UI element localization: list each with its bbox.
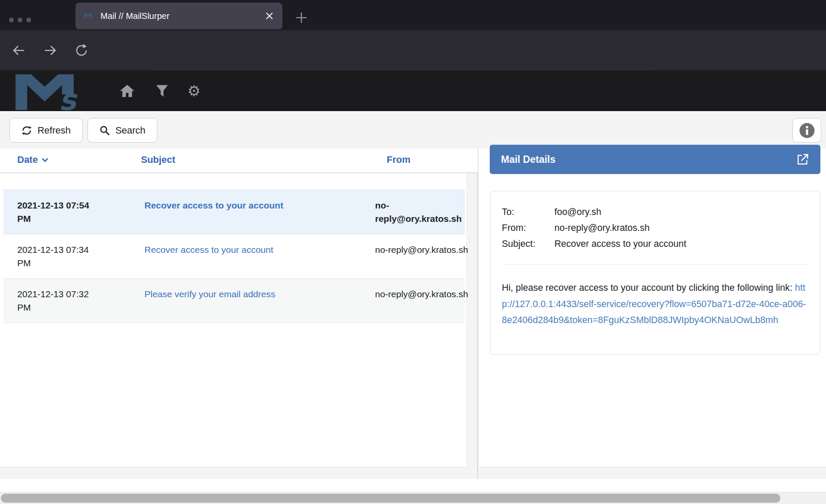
- detail-from-row: From: no-reply@ory.kratos.sh: [502, 220, 809, 236]
- column-header-date[interactable]: Date: [17, 154, 49, 165]
- forward-icon[interactable]: [43, 44, 57, 57]
- horizontal-scrollbar[interactable]: [0, 492, 826, 504]
- date-column-label: Date: [17, 154, 38, 165]
- browser-tab-strip: s Mail // MailSlurper: [0, 0, 826, 30]
- mail-row[interactable]: 2021-12-13 07:32 PM Please verify your e…: [3, 279, 465, 323]
- reload-icon[interactable]: [75, 44, 89, 57]
- subject-value: Recover access to your account: [554, 236, 686, 252]
- column-header-subject[interactable]: Subject: [141, 154, 175, 165]
- detail-subject-row: Subject: Recover access to your account: [502, 236, 809, 252]
- mail-details-title: Mail Details: [501, 154, 796, 165]
- mail-details-header: Mail Details: [490, 145, 820, 174]
- mail-list-rows: 2021-12-13 07:54 PM Recover access to yo…: [3, 190, 465, 323]
- search-icon: [100, 125, 110, 136]
- svg-text:s: s: [59, 83, 78, 111]
- open-external-icon[interactable]: [796, 153, 809, 166]
- search-label: Search: [116, 125, 146, 136]
- mail-subject-link[interactable]: Please verify your email address: [144, 287, 375, 314]
- mail-details-card: To: foo@ory.sh From: no-reply@ory.kratos…: [490, 191, 820, 355]
- from-value: no-reply@ory.kratos.sh: [554, 220, 650, 236]
- back-icon[interactable]: [12, 44, 26, 57]
- mailslurper-logo[interactable]: s: [11, 72, 97, 111]
- mail-subject-link[interactable]: Recover access to your account: [144, 199, 375, 225]
- action-bar: Refresh Search: [0, 111, 826, 149]
- browser-toolbar: 127.0.0.1:4436/# 90% ☆: [0, 30, 826, 70]
- mailslurper-window: s Mail // MailSlurper: [0, 0, 826, 504]
- mailslurper-favicon: s: [84, 12, 94, 20]
- mail-from: no-reply@ory.kratos.sh: [375, 287, 468, 314]
- mail-subject-link[interactable]: Recover access to your account: [144, 243, 375, 270]
- info-button[interactable]: [792, 118, 821, 143]
- browser-tab[interactable]: s Mail // MailSlurper: [75, 3, 282, 29]
- mail-row[interactable]: 2021-12-13 07:54 PM Recover access to yo…: [3, 190, 465, 234]
- refresh-label: Refresh: [38, 125, 71, 136]
- mail-date: 2021-12-13 07:32 PM: [3, 287, 103, 314]
- info-icon: [799, 122, 815, 139]
- mail-from: no-reply@ory.kratos.sh: [375, 243, 468, 270]
- card-divider: [502, 264, 809, 264]
- filter-icon[interactable]: [154, 83, 170, 99]
- tab-close-icon[interactable]: [265, 12, 274, 20]
- column-header-from[interactable]: From: [387, 154, 410, 165]
- window-dot: [9, 18, 14, 22]
- to-label: To:: [502, 204, 554, 220]
- search-button[interactable]: Search: [88, 118, 157, 143]
- from-label: From:: [502, 220, 554, 236]
- from-column-label: From: [387, 154, 410, 165]
- subject-column-label: Subject: [141, 154, 175, 165]
- svg-text:s: s: [90, 15, 92, 19]
- home-icon[interactable]: [119, 83, 135, 99]
- tab-title: Mail // MailSlurper: [100, 11, 265, 21]
- gear-glyph: ⚙: [188, 83, 200, 99]
- scrollbar-thumb[interactable]: [1, 494, 780, 503]
- to-value: foo@ory.sh: [554, 204, 601, 220]
- mail-row[interactable]: 2021-12-13 07:34 PM Recover access to yo…: [3, 234, 465, 279]
- refresh-icon: [22, 125, 32, 136]
- chevron-down-icon: [41, 157, 49, 163]
- window-dot: [26, 18, 31, 22]
- mail-body-text: Hi, please recover access to your accoun…: [502, 283, 795, 293]
- mail-list-header: Date Subject From: [0, 149, 478, 173]
- settings-gear-icon[interactable]: ⚙: [186, 83, 202, 99]
- refresh-button[interactable]: Refresh: [9, 118, 83, 143]
- mail-body: Hi, please recover access to your accoun…: [502, 280, 808, 329]
- window-dot: [18, 18, 22, 22]
- new-tab-icon[interactable]: [294, 11, 308, 25]
- app-navbar: s ⚙: [0, 70, 826, 111]
- footer-strip: [0, 479, 826, 492]
- subject-label: Subject:: [502, 236, 554, 252]
- mail-from: no-reply@ory.kratos.sh: [375, 199, 468, 225]
- mail-date: 2021-12-13 07:54 PM: [3, 199, 103, 225]
- panel-divider: [477, 149, 478, 479]
- detail-to-row: To: foo@ory.sh: [502, 204, 809, 220]
- mail-date: 2021-12-13 07:34 PM: [3, 243, 103, 270]
- window-controls[interactable]: [9, 18, 31, 22]
